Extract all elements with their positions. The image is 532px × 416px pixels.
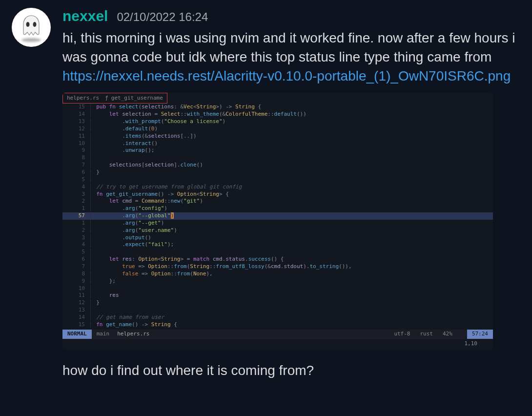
code-line: 10│ .interact() [62,140,493,147]
author-name[interactable]: nexxel [62,8,108,24]
code-line: 4│ // try to get username from global gi… [62,184,493,191]
function-icon: ƒ [105,95,108,102]
code-line: 10│ [62,285,493,292]
code-line: 5│ [62,176,493,184]
code-line: 9│ }; [62,278,493,285]
avatar[interactable] [12,8,51,47]
code-line: 8│ [62,154,493,162]
code-line: 3│ .output() [62,234,493,242]
code-line: 13│ .with_prompt("Choose a license") [62,118,493,125]
statusline-mode: NORMAL [62,330,92,339]
code-line: 2│ .arg("user.name") [62,227,493,234]
code-line: 57│ .arg("--global") [62,212,493,220]
code-line: 12│ .default(0) [62,125,493,133]
svg-point-0 [26,22,30,27]
code-line: 15│ pub fn select(selections: &Vec<Strin… [62,104,493,111]
statusline-position: 57:24 [467,330,493,339]
statusline-encoding: utf-8 [389,331,415,338]
code-line: 8│ false => Option::from(None), [62,270,493,278]
code-line: 12│ } [62,299,493,307]
statusline-branch: main [92,331,115,338]
statusline-language: rust [415,331,438,338]
winbar-breadcrumb: helpers.rs ƒ get_git_username [62,93,167,104]
code-line: 1│ .arg("--get") [62,220,493,227]
message-body-2: how do i find out where it is coming fro… [62,361,520,380]
code-line: 9│ .unwrap(); [62,147,493,154]
statusline-file: helpers.rs [114,331,152,338]
message-content: nexxel 02/10/2022 16:24 hi, this morning… [62,8,520,380]
chat-message: nexxel 02/10/2022 16:24 hi, this morning… [0,0,532,380]
code-editor-body: 15│ pub fn select(selections: &Vec<Strin… [62,104,493,328]
message-timestamp: 02/10/2022 16:24 [117,10,208,24]
code-screenshot-embed[interactable]: helpers.rs ƒ get_git_username 15│ pub fn… [62,93,493,350]
code-line: 11│ res [62,292,493,299]
breadcrumb-function: get_git_username [111,95,163,102]
message-body-1: hi, this morning i was using nvim and it… [62,28,520,66]
message-header: nexxel 02/10/2022 16:24 [62,8,520,24]
code-line: 6│ } [62,169,493,176]
code-line: 3│ fn get_git_username() -> Option<Strin… [62,191,493,198]
code-line: 7│ true => Option::from(String::from_utf… [62,263,493,270]
code-line: 1│ .arg("config") [62,205,493,212]
code-line: 2│ let cmd = Command::new("git") [62,198,493,205]
code-line: 15│ fn get_name() -> String { [62,321,493,329]
svg-point-1 [33,22,37,27]
code-line: 5│ [62,249,493,256]
code-line: 13│ [62,307,493,314]
code-line: 11│ .items(&selections[..]) [62,133,493,140]
code-line: 14│ let selection = Select::with_theme(&… [62,111,493,118]
code-line: 6│ let res: Option<String> = match cmd.s… [62,256,493,263]
statusline: NORMAL main helpers.rs utf-8 rust 42% 57… [62,330,493,339]
breadcrumb-file: helpers.rs [67,95,99,102]
command-line: 1,10 [62,339,493,350]
code-line: 14│ // get name from user [62,314,493,321]
code-line: 4│ .expect("fail"); [62,241,493,249]
code-line: 7│ selections[selection].clone() [62,162,493,169]
message-link[interactable]: https://nexxel.needs.rest/Alacritty-v0.1… [62,66,520,85]
statusline-percent: 42% [438,331,457,338]
ghost-icon [20,14,43,41]
